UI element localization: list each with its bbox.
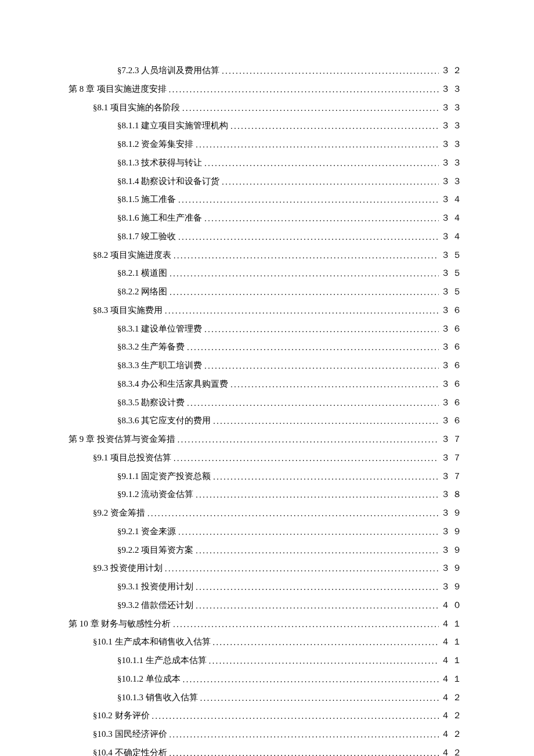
toc-line: §8.1.5 施工准备３４: [68, 193, 464, 206]
toc-page-number: ４１: [441, 635, 464, 649]
toc-line: 第 10 章 财务与敏感性分析４１: [68, 617, 464, 631]
toc-entry-title: §9.3.2 借款偿还计划: [117, 599, 193, 612]
toc-page-number: ４２: [441, 728, 464, 741]
toc-leader-dots: [178, 194, 439, 207]
toc-line: §10.1.3 销售收入估算４２: [68, 691, 464, 704]
table-of-contents: §7.2.3 人员培训及费用估算３２第 8 章 项目实施进度安排３３§8.1 项…: [68, 64, 464, 756]
toc-entry-title: §9.1.1 固定资产投资总额: [117, 470, 211, 483]
toc-page-number: ３２: [441, 64, 464, 77]
toc-line: 第 8 章 项目实施进度安排３３: [68, 82, 464, 96]
toc-leader-dots: [182, 102, 439, 115]
toc-page-number: ３４: [441, 230, 464, 243]
toc-entry-title: §8.3 项目实施费用: [93, 304, 163, 317]
toc-entry-title: §8.2 项目实施进度表: [93, 249, 171, 262]
toc-page-number: ３７: [441, 433, 464, 446]
toc-entry-title: §8.1.7 竣工验收: [117, 230, 176, 243]
toc-page-number: ３６: [441, 340, 464, 354]
toc-leader-dots: [183, 674, 439, 686]
toc-page-number: ３５: [441, 249, 464, 262]
toc-line: §8.3.2 生产筹备费３６: [68, 340, 464, 354]
toc-entry-title: §8.3.5 勘察设计费: [117, 396, 185, 409]
toc-page-number: ３３: [441, 119, 464, 132]
toc-line: §8.3.4 办公和生活家具购置费３６: [68, 377, 464, 391]
toc-entry-title: 第 8 章 项目实施进度安排: [68, 82, 167, 96]
toc-leader-dots: [196, 139, 439, 152]
toc-line: §8.3.3 生产职工培训费３６: [68, 359, 464, 372]
toc-entry-title: §10.4 不确定性分析: [93, 746, 167, 756]
toc-leader-dots: [174, 452, 439, 465]
toc-line: §9.3.2 借款偿还计划４０: [68, 599, 464, 612]
toc-line: §8.3 项目实施费用３６: [68, 304, 464, 317]
toc-entry-title: §7.2.3 人员培训及费用估算: [117, 64, 219, 77]
toc-line: §9.1.2 流动资金估算３８: [68, 488, 464, 501]
toc-page-number: ４２: [441, 746, 464, 756]
toc-entry-title: §8.2.1 横道图: [117, 267, 167, 280]
toc-entry-title: §9.1.2 流动资金估算: [117, 488, 193, 501]
toc-leader-dots: [204, 213, 439, 225]
toc-leader-dots: [187, 341, 439, 354]
toc-leader-dots: [174, 250, 439, 262]
toc-page-number: ３３: [441, 156, 464, 170]
toc-leader-dots: [178, 526, 439, 539]
toc-leader-dots: [152, 710, 439, 723]
toc-page-number: ３９: [441, 506, 464, 520]
toc-entry-title: §8.2.2 网络图: [117, 285, 167, 298]
toc-entry-title: §9.1 项目总投资估算: [93, 451, 171, 465]
toc-entry-title: §10.2 财务评价: [93, 709, 150, 722]
toc-entry-title: §8.1.6 施工和生产准备: [117, 211, 202, 225]
toc-line: §8.1.4 勘察设计和设备订货３３: [68, 175, 464, 188]
toc-leader-dots: [213, 471, 439, 484]
toc-page-number: ３３: [441, 82, 464, 96]
toc-entry-title: §8.3.2 生产筹备费: [117, 340, 185, 354]
toc-leader-dots: [213, 415, 439, 428]
toc-line: §8.3.6 其它应支付的费用３６: [68, 414, 464, 427]
toc-leader-dots: [196, 600, 439, 613]
toc-leader-dots: [173, 618, 439, 631]
toc-line: §8.2 项目实施进度表３５: [68, 249, 464, 262]
toc-entry-title: §9.2.2 项目筹资方案: [117, 543, 193, 557]
toc-entry-title: §8.3.4 办公和生活家具购置费: [117, 377, 228, 391]
toc-entry-title: §8.1.3 技术获得与转让: [117, 156, 202, 170]
toc-entry-title: §8.1.2 资金筹集安排: [117, 138, 193, 151]
toc-line: §9.1.1 固定资产投资总额３７: [68, 470, 464, 483]
toc-line: §8.1 项目实施的各阶段３３: [68, 101, 464, 114]
toc-line: §10.1.2 单位成本４１: [68, 672, 464, 686]
toc-entry-title: §8.1.4 勘察设计和设备订货: [117, 175, 219, 188]
toc-page-number: ３８: [441, 488, 464, 501]
toc-line: §9.2.2 项目筹资方案３９: [68, 543, 464, 557]
toc-entry-title: 第 10 章 财务与敏感性分析: [68, 617, 171, 631]
toc-leader-dots: [222, 176, 439, 189]
toc-line: §9.3 投资使用计划３９: [68, 561, 464, 575]
toc-leader-dots: [169, 729, 439, 741]
toc-page-number: ３３: [441, 101, 464, 114]
toc-entry-title: §10.1.1 生产总成本估算: [117, 654, 207, 667]
toc-page-number: ３６: [441, 359, 464, 372]
toc-line: §10.4 不确定性分析４２: [68, 746, 464, 756]
toc-leader-dots: [165, 305, 439, 318]
toc-page-number: ４１: [441, 672, 464, 686]
toc-page-number: ４２: [441, 709, 464, 722]
toc-leader-dots: [147, 507, 439, 520]
toc-leader-dots: [200, 692, 439, 705]
toc-line: §10.1.1 生产总成本估算４１: [68, 654, 464, 667]
toc-leader-dots: [169, 286, 439, 299]
toc-page-number: ３６: [441, 414, 464, 427]
toc-line: §8.2.1 横道图３５: [68, 267, 464, 280]
toc-line: §10.1 生产成本和销售收入估算４１: [68, 635, 464, 649]
toc-page-number: ３９: [441, 543, 464, 557]
toc-line: §8.1.1 建立项目实施管理机构３３: [68, 119, 464, 132]
toc-line: §9.2 资金筹措３９: [68, 506, 464, 520]
toc-leader-dots: [178, 434, 439, 447]
toc-entry-title: §10.1.3 销售收入估算: [117, 691, 198, 704]
toc-line: §7.2.3 人员培训及费用估算３２: [68, 64, 464, 77]
toc-page-number: ３９: [441, 525, 464, 538]
toc-leader-dots: [204, 157, 439, 170]
toc-page-number: ３４: [441, 211, 464, 225]
toc-leader-dots: [230, 379, 439, 391]
toc-entry-title: §10.3 国民经济评价: [93, 728, 167, 741]
toc-entry-title: §8.1.5 施工准备: [117, 193, 176, 206]
toc-page-number: ３９: [441, 561, 464, 575]
toc-page-number: ３９: [441, 580, 464, 593]
toc-entry-title: §8.3.6 其它应支付的费用: [117, 414, 211, 427]
toc-leader-dots: [230, 120, 439, 133]
